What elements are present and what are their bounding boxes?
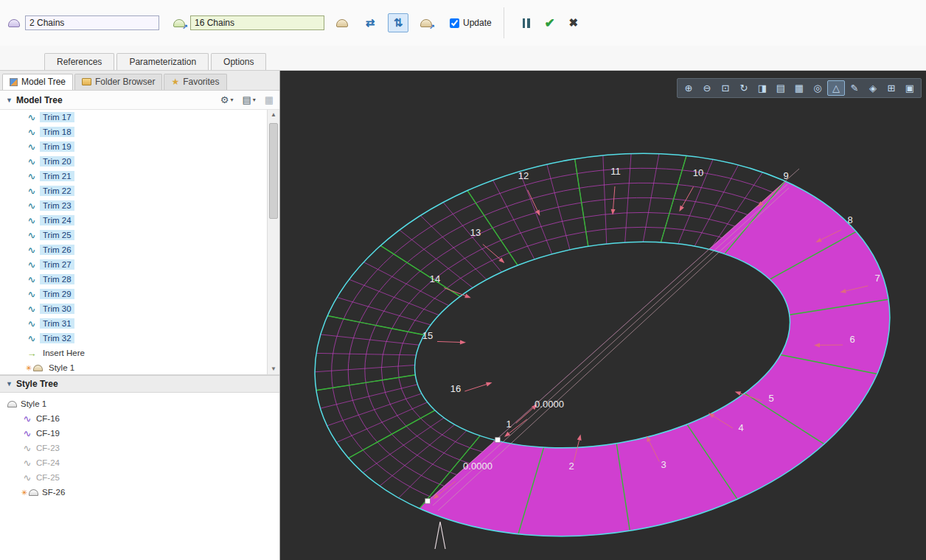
patch-number-label: 15 — [422, 330, 433, 341]
tab-parameterization[interactable]: Parameterization — [116, 53, 209, 70]
primary-chains-field[interactable] — [25, 15, 159, 30]
style-tree-surface-item[interactable]: ✳SF-26 — [0, 485, 279, 500]
model-tree-header: ▼ Model Tree ⚙▾ ▤▾ ▦ — [0, 91, 279, 110]
pause-button[interactable] — [516, 13, 537, 32]
model-tree-item[interactable]: ∿Trim 25 — [0, 228, 267, 242]
style-tree-curve-item[interactable]: ∿CF-19 — [0, 426, 279, 441]
style-tree-curve-item[interactable]: ∿CF-16 — [0, 411, 279, 426]
style-tree-curve-item[interactable]: ∿CF-25 — [0, 470, 279, 485]
tab-references[interactable]: References — [44, 53, 114, 70]
collapse-icon[interactable]: ▼ — [6, 97, 13, 104]
secondary-chains-field[interactable] — [190, 15, 324, 30]
style-tree-curve-item[interactable]: ∿CF-24 — [0, 455, 279, 470]
folder-icon — [82, 78, 91, 85]
model-tree-item-label: Trim 26 — [40, 245, 74, 255]
tree-display-options-icon[interactable]: ▤▾ — [242, 94, 255, 105]
model-tree-item[interactable]: ∿Trim 28 — [0, 272, 267, 287]
dimension-value-label: 0.0000 — [535, 399, 564, 410]
update-label: Update — [463, 18, 492, 28]
3d-viewport[interactable]: 123456789101112131415160.00000.0000 — [280, 71, 926, 560]
collapse-icon[interactable]: ▼ — [6, 380, 13, 388]
trim-curve-icon: ∿ — [25, 142, 38, 152]
window-icon[interactable]: ▣ — [901, 80, 919, 96]
shaded-surface-half — [285, 112, 919, 560]
model-tree-item[interactable]: ∿Trim 19 — [0, 139, 267, 154]
model-tree-item[interactable]: ∿Trim 18 — [0, 125, 267, 139]
curve-icon: ∿ — [21, 414, 34, 424]
model-tree-item-label: Trim 22 — [40, 186, 74, 196]
annotation-display-icon[interactable]: ✎ — [846, 80, 863, 96]
patch-number-label: 9 — [783, 170, 788, 181]
navigator-tabs: Model Tree Folder Browser ★ Favorites — [0, 71, 279, 91]
in-graphics-toolbar: ⊕⊖⊡↻◨▤▦◎△✎◈⊞▣ — [677, 78, 922, 98]
style-tree-curve-item[interactable]: ∿CF-23 — [0, 441, 279, 455]
model-tree-item[interactable]: ∿Trim 23 — [0, 198, 267, 213]
style-tree-title: Style Tree — [16, 379, 58, 389]
trim-curve-icon: ∿ — [25, 231, 38, 240]
drag-handle[interactable] — [495, 438, 501, 443]
grid-icon[interactable]: ⊞ — [883, 80, 900, 96]
star-icon: ★ — [171, 77, 179, 86]
cancel-button[interactable]: ✖ — [563, 13, 584, 32]
zoom-refit-icon[interactable]: ⊡ — [717, 80, 734, 96]
tab-favorites[interactable]: ★ Favorites — [164, 74, 226, 90]
model-tree-item[interactable]: ∿Trim 26 — [0, 242, 267, 257]
trim-curve-icon: ∿ — [25, 113, 38, 122]
scroll-up-icon[interactable]: ▲ — [268, 110, 279, 120]
leader-arrow — [528, 190, 537, 211]
model-tree-item-label: Trim 29 — [40, 289, 74, 299]
model-tree-item[interactable]: ∿Trim 24 — [0, 213, 267, 228]
model-tree-item-label: Trim 18 — [40, 127, 74, 137]
perspective-icon[interactable]: ◈ — [864, 80, 882, 96]
model-tree-item[interactable]: ∿Trim 30 — [0, 301, 267, 316]
model-tree-item-label: Trim 30 — [40, 304, 74, 314]
model-tree-item[interactable]: ∿Trim 20 — [0, 154, 267, 169]
tree-filters-icon[interactable]: ⚙▾ — [220, 94, 234, 105]
style-feature-item[interactable]: ✳Style 1 — [0, 360, 267, 374]
repaint-icon[interactable]: ↻ — [735, 80, 753, 96]
patch-number-label: 12 — [518, 170, 529, 181]
model-tree-container: ∿Trim 17∿Trim 18∿Trim 19∿Trim 20∿Trim 21… — [0, 110, 279, 375]
model-tree-item[interactable]: ∿Trim 22 — [0, 183, 267, 198]
flip-second-direction-button[interactable]: ⇅ — [388, 13, 408, 32]
datum-display-icon[interactable]: △ — [827, 80, 845, 96]
update-checkbox[interactable] — [450, 18, 459, 28]
model-tree-item-label: Trim 24 — [40, 215, 74, 225]
model-tree-item[interactable]: ∿Trim 21 — [0, 169, 267, 183]
application-window: ↗ ⇄ ⇅ ↗ Update ✔ ✖ References Parameteri… — [0, 0, 926, 560]
scroll-down-icon[interactable]: ▼ — [268, 364, 279, 374]
insert-here-item[interactable]: →Insert Here — [0, 346, 267, 360]
model-tree-item[interactable]: ∿Trim 29 — [0, 287, 267, 301]
surface-preview-button[interactable] — [332, 13, 352, 32]
style-feature-icon — [33, 365, 43, 371]
view-manager-icon[interactable]: ▦ — [790, 80, 808, 96]
model-tree-scrollbar[interactable]: ▲ ▼ — [267, 110, 279, 374]
model-tree-item[interactable]: ∿Trim 27 — [0, 257, 267, 272]
tab-model-tree[interactable]: Model Tree — [2, 74, 73, 90]
zoom-in-icon[interactable]: ⊕ — [680, 80, 697, 96]
zoom-out-icon[interactable]: ⊖ — [698, 80, 716, 96]
primary-chains-collector-icon — [6, 15, 22, 30]
patch-boundary — [380, 245, 460, 296]
model-tree-item[interactable]: ∿Trim 31 — [0, 316, 267, 331]
model-tree-item-label: Trim 32 — [40, 333, 74, 343]
surface-direction-button[interactable]: ↗ — [416, 13, 436, 32]
patch-number-label: 10 — [693, 167, 703, 178]
swap-arrows-icon: ⇄ — [366, 16, 375, 29]
spin-center-icon[interactable]: ◎ — [809, 80, 826, 96]
display-style-icon[interactable]: ◨ — [753, 80, 771, 96]
ok-button[interactable]: ✔ — [540, 13, 560, 32]
tree-columns-icon[interactable]: ▦ — [265, 94, 274, 105]
tab-folder-browser[interactable]: Folder Browser — [74, 74, 162, 90]
saved-orientations-icon[interactable]: ▤ — [772, 80, 790, 96]
tab-options[interactable]: Options — [211, 53, 266, 70]
patch-number-label: 7 — [874, 273, 880, 284]
drag-handle[interactable] — [425, 499, 431, 504]
leader-arrow — [464, 385, 487, 391]
model-tree-item[interactable]: ∿Trim 32 — [0, 331, 267, 346]
flip-first-direction-button[interactable]: ⇄ — [360, 13, 380, 32]
model-tree-item[interactable]: ∿Trim 17 — [0, 110, 267, 125]
scrollbar-thumb[interactable] — [269, 123, 278, 219]
curve-icon: ∿ — [21, 458, 34, 468]
style-tree-root[interactable]: Style 1 — [0, 396, 279, 411]
